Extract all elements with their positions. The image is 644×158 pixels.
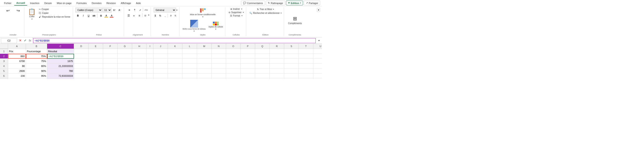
cell-s5[interactable] <box>284 68 299 73</box>
cell-f1[interactable] <box>103 49 118 54</box>
cell-i2[interactable] <box>147 54 154 59</box>
row-header-1[interactable]: 1 <box>0 49 8 54</box>
col-header-t[interactable]: T <box>299 44 313 49</box>
merge-center-button[interactable]: ⊡ <box>143 13 148 18</box>
cell-g4[interactable] <box>118 64 132 68</box>
col-header-g[interactable]: G <box>118 44 132 49</box>
cell-u1[interactable] <box>313 49 322 54</box>
align-top-center-button[interactable]: ⇡ <box>132 7 137 12</box>
cell-c6[interactable]: 72,83333333 <box>47 73 74 78</box>
cell-h2[interactable] <box>132 54 147 59</box>
annuler-button[interactable]: ↩ <box>3 7 12 14</box>
cell-r3[interactable] <box>270 59 284 64</box>
partager-button[interactable]: ↗ Partager <box>304 1 320 5</box>
row-header-2[interactable]: 2 <box>0 54 8 59</box>
border-button[interactable]: ⊞ <box>98 13 103 18</box>
font-name-select[interactable]: Calibri (Corps) <box>75 7 102 12</box>
format-button[interactable]: ☰ Format ▾ <box>229 14 243 17</box>
cell-q3[interactable] <box>255 59 270 64</box>
fill-color-button[interactable]: A <box>104 13 109 18</box>
cell-q2[interactable] <box>255 54 270 59</box>
cell-o1[interactable] <box>226 49 240 54</box>
cell-f7[interactable] <box>103 78 118 79</box>
cell-p4[interactable] <box>240 64 255 68</box>
cell-d7[interactable] <box>74 78 88 79</box>
cell-h3[interactable] <box>132 59 147 64</box>
inserer-button[interactable]: ⊕ Insérer ▾ <box>230 7 243 10</box>
cell-f5[interactable] <box>103 68 118 73</box>
col-header-n[interactable]: N <box>212 44 226 49</box>
cell-g3[interactable] <box>118 59 132 64</box>
cell-l3[interactable] <box>182 59 197 64</box>
cell-b3[interactable]: 75% <box>26 59 47 64</box>
mise-en-forme-conditionnelle-button[interactable]: Mise en forme conditionnelle ▾ <box>189 7 216 18</box>
cell-q5[interactable] <box>255 68 270 73</box>
cell-a5[interactable]: 2600 <box>8 68 26 73</box>
cell-t2[interactable] <box>299 54 313 59</box>
couper-button[interactable]: ✂ Couper <box>38 7 72 11</box>
decrease-decimal-button[interactable]: 0. <box>173 14 178 18</box>
cell-t5[interactable] <box>299 68 313 73</box>
reproduire-button[interactable]: 🖌 Reproduire la mise en forme <box>38 15 72 18</box>
cell-t4[interactable] <box>299 64 313 68</box>
cell-a7[interactable] <box>8 78 26 79</box>
col-header-h[interactable]: H <box>132 44 147 49</box>
cell-m1[interactable] <box>197 49 212 54</box>
cell-k7[interactable] <box>168 78 182 79</box>
col-header-i[interactable]: I <box>147 44 154 49</box>
cell-m3[interactable] <box>197 59 212 64</box>
cell-p2[interactable] <box>240 54 255 59</box>
col-header-u[interactable]: U <box>313 44 322 49</box>
cell-i7[interactable] <box>147 78 154 79</box>
col-header-d[interactable]: D <box>74 44 88 49</box>
rechercher-button[interactable]: 🔍 Rechercher et sélectionner ▾ <box>248 11 282 15</box>
align-right-button[interactable]: ≡ <box>137 13 142 18</box>
cell-o7[interactable] <box>226 78 240 79</box>
increase-font-button[interactable]: A⁺ <box>112 7 117 12</box>
cell-b5[interactable]: 90% <box>26 68 47 73</box>
cell-j3[interactable] <box>154 59 168 64</box>
align-left-button[interactable]: ☰ <box>126 13 131 18</box>
cell-j7[interactable] <box>154 78 168 79</box>
cell-i1[interactable] <box>147 49 154 54</box>
menu-formules[interactable]: Formules <box>74 1 89 5</box>
cell-u3[interactable] <box>313 59 322 64</box>
col-header-m[interactable]: M <box>197 44 212 49</box>
cell-m5[interactable] <box>197 68 212 73</box>
refaire-button[interactable]: ↪ <box>14 7 23 14</box>
row-header-5[interactable]: 5 <box>0 68 8 73</box>
strikethrough-button[interactable]: ab <box>92 13 96 18</box>
cell-d4[interactable] <box>74 64 88 68</box>
cell-q7[interactable] <box>255 78 270 79</box>
cell-b4[interactable]: 80% <box>26 64 47 68</box>
cell-f3[interactable] <box>103 59 118 64</box>
align-top-left-button[interactable]: ≡ <box>127 7 132 12</box>
cancel-formula-icon[interactable]: ✕ <box>18 38 22 43</box>
cell-p1[interactable] <box>240 49 255 54</box>
cell-b2[interactable]: 75% <box>26 54 47 59</box>
cell-i5[interactable] <box>147 68 154 73</box>
cell-l6[interactable] <box>182 73 197 78</box>
col-header-f[interactable]: F <box>103 44 118 49</box>
cell-g1[interactable] <box>118 49 132 54</box>
cell-f6[interactable] <box>103 73 118 78</box>
cell-u6[interactable] <box>313 73 322 78</box>
cell-l2[interactable] <box>182 54 197 59</box>
cell-f4[interactable] <box>103 64 118 68</box>
cell-o5[interactable] <box>226 68 240 73</box>
cell-l5[interactable] <box>182 68 197 73</box>
decrease-font-button[interactable]: A⁻ <box>118 7 122 12</box>
thousand-separator-button[interactable]: , <box>163 14 167 18</box>
col-header-j[interactable]: J <box>154 44 168 49</box>
cell-j4[interactable] <box>154 64 168 68</box>
cell-h1[interactable] <box>132 49 147 54</box>
cell-o3[interactable] <box>226 59 240 64</box>
cell-q4[interactable] <box>255 64 270 68</box>
row-header-4[interactable]: 4 <box>0 64 8 68</box>
cell-reference-input[interactable] <box>1 38 17 43</box>
cell-u2[interactable] <box>313 54 322 59</box>
cell-o2[interactable] <box>226 54 240 59</box>
col-header-o[interactable]: O <box>226 44 240 49</box>
cell-r1[interactable] <box>270 49 284 54</box>
cell-s2[interactable] <box>284 54 299 59</box>
